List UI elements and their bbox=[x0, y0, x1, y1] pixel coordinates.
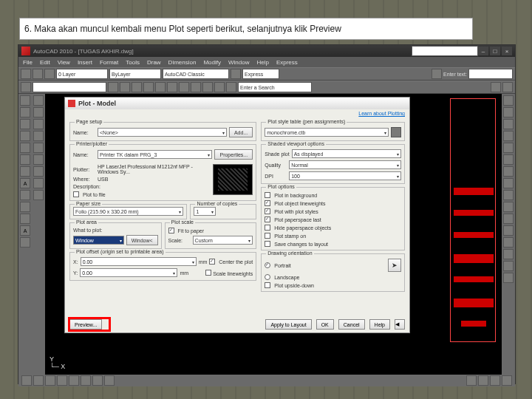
save-icon[interactable] bbox=[44, 69, 55, 79]
properties-button[interactable]: Properties... bbox=[214, 149, 253, 160]
workspace-combo[interactable]: AutoCAD Classic bbox=[163, 69, 229, 79]
osnap-icon[interactable] bbox=[69, 375, 79, 386]
plot-to-file-checkbox[interactable] bbox=[73, 191, 79, 197]
collapse-icon[interactable]: ◀ bbox=[395, 319, 405, 330]
erase-icon[interactable] bbox=[503, 95, 514, 106]
scale-combo[interactable]: Custom bbox=[193, 236, 253, 245]
zoom-icon[interactable] bbox=[478, 375, 488, 386]
learn-about-plotting-link[interactable]: Learn about Plotting bbox=[65, 109, 409, 117]
match-icon[interactable] bbox=[120, 82, 130, 92]
x1-icon[interactable] bbox=[491, 82, 501, 92]
dpi-input[interactable]: 100 bbox=[289, 171, 401, 180]
menu-tools[interactable]: Tools bbox=[126, 59, 140, 66]
polyline-icon[interactable] bbox=[20, 107, 30, 117]
ok-button[interactable]: OK bbox=[316, 319, 334, 330]
x2-icon[interactable] bbox=[502, 82, 513, 92]
line-icon[interactable] bbox=[20, 95, 30, 106]
maximize-button[interactable]: □ bbox=[490, 47, 500, 55]
a9-icon[interactable] bbox=[226, 82, 236, 92]
mirror-icon[interactable] bbox=[33, 107, 44, 117]
center-plot-checkbox[interactable] bbox=[209, 259, 215, 265]
pan-icon[interactable] bbox=[490, 375, 500, 386]
menu-window[interactable]: Window bbox=[228, 59, 249, 66]
window-button[interactable]: Window< bbox=[126, 235, 158, 245]
offset-icon[interactable] bbox=[33, 119, 44, 129]
opt-plotstyles-checkbox[interactable] bbox=[265, 208, 270, 214]
fillet-icon[interactable] bbox=[503, 261, 514, 271]
help-button[interactable]: Help bbox=[369, 319, 390, 330]
hatch-icon[interactable] bbox=[20, 166, 30, 177]
scale2-icon[interactable] bbox=[503, 178, 514, 188]
a6-icon[interactable] bbox=[191, 82, 201, 92]
apply-button[interactable]: Apply to Layout bbox=[265, 319, 311, 330]
quality-combo[interactable]: Normal bbox=[289, 160, 401, 169]
a4-icon[interactable] bbox=[167, 82, 177, 92]
break-icon[interactable] bbox=[503, 225, 514, 236]
offset-x-input[interactable]: 0.00 bbox=[81, 257, 197, 266]
lwt-icon[interactable] bbox=[104, 375, 115, 386]
rotate-icon[interactable] bbox=[33, 154, 44, 165]
palette-icon[interactable] bbox=[432, 69, 442, 79]
close-button[interactable]: × bbox=[502, 47, 512, 55]
copy-icon[interactable] bbox=[33, 95, 44, 106]
rectangle-icon[interactable] bbox=[20, 143, 30, 153]
drawing-canvas[interactable]: Y└─ X Plot - Model Learn about Plotting … bbox=[45, 94, 502, 375]
fit-paper-checkbox[interactable] bbox=[168, 228, 174, 233]
menu-draw[interactable]: Draw bbox=[147, 59, 161, 66]
upside-checkbox[interactable] bbox=[265, 282, 270, 288]
extend-icon[interactable] bbox=[33, 190, 44, 200]
bylayer-combo[interactable]: ByLayer bbox=[109, 69, 161, 79]
gear-icon[interactable] bbox=[231, 69, 241, 79]
a1-icon[interactable] bbox=[132, 82, 142, 92]
region-icon[interactable] bbox=[20, 202, 30, 212]
layer-icon[interactable] bbox=[21, 82, 31, 92]
opt-background-checkbox[interactable] bbox=[265, 192, 270, 198]
a2-icon[interactable] bbox=[143, 82, 154, 92]
opt-stamp-checkbox[interactable] bbox=[265, 233, 270, 239]
arc-icon[interactable] bbox=[20, 131, 30, 141]
prop-icon[interactable] bbox=[108, 82, 118, 92]
point-icon[interactable] bbox=[20, 190, 30, 200]
dyn-icon[interactable] bbox=[92, 375, 103, 386]
table-icon[interactable] bbox=[20, 214, 30, 224]
opt-hide-checkbox[interactable] bbox=[265, 225, 270, 231]
help-search-input[interactable] bbox=[412, 46, 478, 56]
paper-size-combo[interactable]: Folio (215.90 x 330.20 mm) bbox=[73, 207, 183, 216]
grid-icon[interactable] bbox=[33, 375, 44, 386]
move2-icon[interactable] bbox=[503, 154, 514, 165]
ortho-icon[interactable] bbox=[45, 375, 55, 386]
a7-icon[interactable] bbox=[202, 82, 213, 92]
new-icon[interactable] bbox=[21, 69, 31, 79]
shade-plot-combo[interactable]: As displayed bbox=[292, 149, 401, 158]
explode-icon[interactable] bbox=[503, 273, 514, 283]
landscape-radio[interactable] bbox=[265, 274, 270, 280]
add-button[interactable]: Add... bbox=[229, 127, 253, 137]
block-icon[interactable] bbox=[20, 237, 30, 248]
plot-area-combo[interactable]: Window bbox=[73, 236, 124, 245]
command-input[interactable] bbox=[468, 69, 513, 79]
a8-icon[interactable] bbox=[214, 82, 225, 92]
minimize-button[interactable]: – bbox=[478, 47, 488, 55]
annotation-icon[interactable] bbox=[502, 375, 512, 386]
copies-input[interactable]: 1 bbox=[194, 207, 216, 216]
a5-icon[interactable] bbox=[179, 82, 189, 92]
text-icon[interactable]: A bbox=[20, 178, 30, 188]
opt-paperspace-checkbox[interactable] bbox=[265, 216, 270, 222]
page-setup-name-combo[interactable]: <None> bbox=[98, 128, 227, 137]
offset2-icon[interactable] bbox=[503, 131, 514, 141]
rotate2-icon[interactable] bbox=[503, 166, 514, 177]
portrait-radio[interactable] bbox=[265, 262, 270, 268]
array-icon[interactable] bbox=[33, 131, 44, 141]
menu-format[interactable]: Format bbox=[100, 59, 118, 66]
menu-modify[interactable]: Modify bbox=[203, 59, 221, 66]
menu-edit[interactable]: Edit bbox=[40, 59, 50, 66]
circle-icon[interactable] bbox=[20, 119, 30, 129]
menu-express[interactable]: Express bbox=[276, 59, 298, 66]
opt-save-checkbox[interactable] bbox=[265, 241, 270, 247]
mtext-icon[interactable]: A bbox=[20, 225, 30, 236]
printer-name-combo[interactable]: Printer TK dalam PRG_3 bbox=[98, 150, 212, 159]
polar-icon[interactable] bbox=[57, 375, 67, 386]
a3-icon[interactable] bbox=[155, 82, 166, 92]
open-icon[interactable] bbox=[33, 69, 43, 79]
menu-help[interactable]: Help bbox=[256, 59, 268, 66]
